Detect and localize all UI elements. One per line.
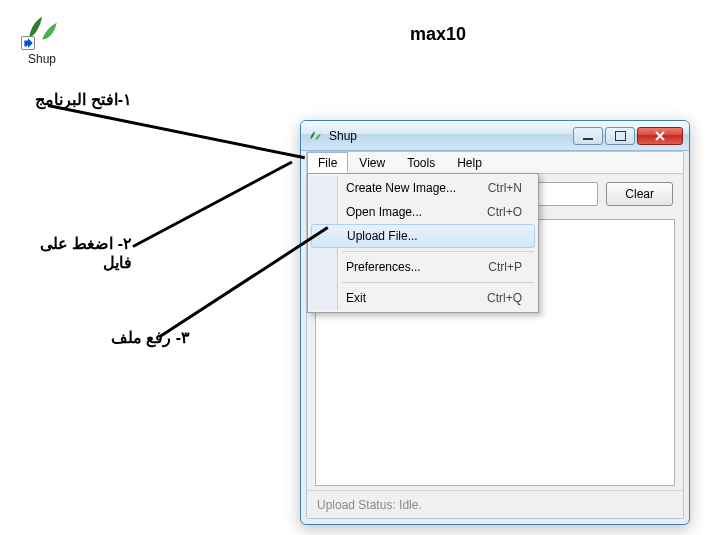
menu-item-label: Create New Image... bbox=[346, 181, 488, 195]
close-button[interactable] bbox=[637, 127, 683, 145]
file-menu-dropdown: Create New Image... Ctrl+N Open Image...… bbox=[307, 173, 539, 313]
menu-item-label: Exit bbox=[346, 291, 487, 305]
watermark-text: max10 bbox=[410, 24, 466, 45]
menu-item-shortcut: Ctrl+Q bbox=[487, 291, 536, 305]
shup-app-icon bbox=[21, 8, 63, 50]
menu-item-exit[interactable]: Exit Ctrl+Q bbox=[310, 286, 536, 310]
desktop-icon-label: Shup bbox=[12, 52, 72, 66]
menu-item-create-new-image[interactable]: Create New Image... Ctrl+N bbox=[310, 176, 536, 200]
menu-separator bbox=[342, 251, 534, 252]
client-area: File View Tools Help Create New Image...… bbox=[306, 151, 684, 519]
clear-button[interactable]: Clear bbox=[606, 182, 673, 206]
menu-item-shortcut: Ctrl+N bbox=[488, 181, 536, 195]
menu-separator bbox=[342, 282, 534, 283]
annotation-step-3: ٣- رفع ملف bbox=[70, 328, 190, 347]
statusbar: Upload Status: Idle. bbox=[307, 490, 683, 518]
menu-view[interactable]: View bbox=[348, 152, 396, 173]
annotation-step-1: ١-افتح البرنامج bbox=[12, 90, 132, 109]
shortcut-arrow-icon bbox=[21, 36, 35, 50]
status-text: Upload Status: Idle. bbox=[317, 498, 422, 512]
annotation-step-2: ٢- اضغط على فايل bbox=[12, 234, 132, 272]
minimize-button[interactable] bbox=[573, 127, 603, 145]
titlebar[interactable]: Shup bbox=[301, 121, 689, 151]
arrow-line-1 bbox=[48, 104, 305, 159]
titlebar-app-icon bbox=[307, 128, 323, 144]
maximize-button[interactable] bbox=[605, 127, 635, 145]
app-window-shup: Shup File View Tools Help Create New Ima… bbox=[300, 120, 690, 525]
desktop-shortcut-shup[interactable]: Shup bbox=[12, 8, 72, 66]
window-title: Shup bbox=[329, 129, 573, 143]
menu-item-label: Upload File... bbox=[347, 229, 520, 243]
menu-item-label: Open Image... bbox=[346, 205, 487, 219]
menu-item-label: Preferences... bbox=[346, 260, 488, 274]
menu-file[interactable]: File bbox=[307, 152, 348, 173]
menu-item-open-image[interactable]: Open Image... Ctrl+O bbox=[310, 200, 536, 224]
menu-help[interactable]: Help bbox=[446, 152, 493, 173]
menu-tools[interactable]: Tools bbox=[396, 152, 446, 173]
menu-item-shortcut: Ctrl+P bbox=[488, 260, 536, 274]
menu-item-shortcut: Ctrl+O bbox=[487, 205, 536, 219]
menu-item-preferences[interactable]: Preferences... Ctrl+P bbox=[310, 255, 536, 279]
arrow-line-2 bbox=[132, 161, 292, 248]
menubar: File View Tools Help bbox=[307, 152, 683, 174]
menu-item-upload-file[interactable]: Upload File... bbox=[311, 224, 535, 248]
